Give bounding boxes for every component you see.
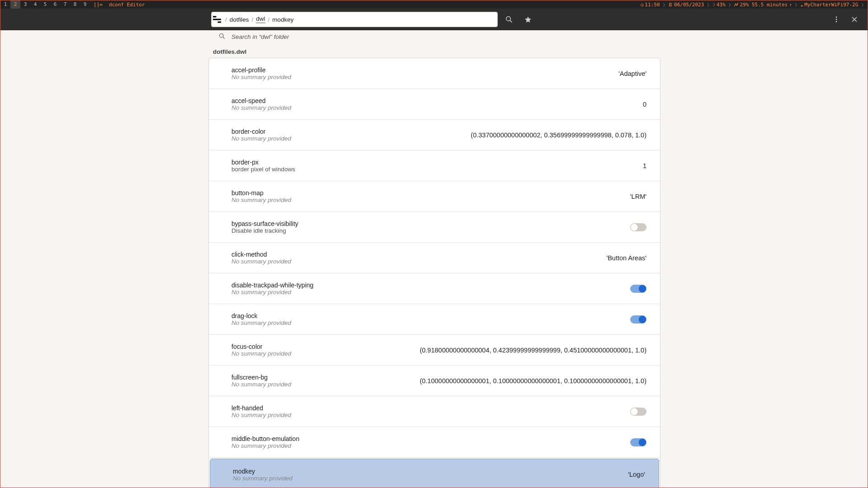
key-value: 'Button Areas' <box>606 254 646 262</box>
key-row-button-map[interactable]: button-mapNo summary provided'LRM' <box>209 181 660 212</box>
toggle-bypass-surface-visibility[interactable] <box>630 223 646 231</box>
crumb-dwl[interactable]: dwl <box>256 15 265 23</box>
status-area: ◷ 11:50 ❯ 🗓 06/05/2023 ❯ ☽ 43% ❯ 🗲 29% 5… <box>641 2 868 8</box>
section-label: dotfiles.dwl <box>0 48 868 55</box>
top-bar: 123456789 []= dconf Editor ◷ 11:50 ❯ 🗓 0… <box>0 0 868 9</box>
path-sep: / <box>268 16 270 23</box>
key-name: modkey <box>233 468 628 475</box>
battery: 🗲 29% 55.5 minutes ↑ <box>734 2 792 8</box>
key-summary: No summary provided <box>231 381 420 388</box>
key-name: fullscreen-bg <box>231 374 420 381</box>
workspace-6[interactable]: 6 <box>50 0 60 9</box>
workspace-2[interactable]: 2 <box>10 0 20 9</box>
key-value: (0.91800000000000004, 0.4239999999999999… <box>420 347 646 354</box>
workspace-5[interactable]: 5 <box>40 0 50 9</box>
separator-icon: ❯ <box>728 2 731 8</box>
key-row-drag-lock[interactable]: drag-lockNo summary provided <box>209 304 660 335</box>
key-value: 'Logo' <box>628 471 645 478</box>
key-row-accel-profile[interactable]: accel-profileNo summary provided'Adaptiv… <box>209 58 660 89</box>
key-summary: No summary provided <box>231 350 420 357</box>
key-summary: No summary provided <box>231 442 630 449</box>
workspace-4[interactable]: 4 <box>30 0 40 9</box>
key-row-bypass-surface-visibility[interactable]: bypass-surface-visibilityDisable idle tr… <box>209 212 660 243</box>
key-summary: No summary provided <box>231 412 630 418</box>
settings-root-icon[interactable] <box>212 12 222 27</box>
header-bar: / dotfiles / dwl / modkey <box>0 9 868 30</box>
key-row-left-handed[interactable]: left-handedNo summary provided <box>209 396 660 427</box>
path-bar[interactable]: / dotfiles / dwl / modkey <box>211 12 498 27</box>
svg-point-0 <box>836 17 837 18</box>
separator-icon: ❯ <box>707 2 710 8</box>
key-value: 1 <box>643 162 646 169</box>
toggle-left-handed[interactable] <box>630 408 646 416</box>
brightness-text: 43% <box>717 2 726 8</box>
key-row-middle-button-emulation[interactable]: middle-button-emulationNo summary provid… <box>209 427 660 458</box>
key-value: (0.33700000000000002, 0.3569999999999999… <box>471 131 646 139</box>
separator-icon: ❯ <box>861 2 864 8</box>
arrow-up-icon: ↑ <box>789 2 792 7</box>
moon-icon: ☽ <box>712 2 715 7</box>
crumb-modkey[interactable]: modkey <box>272 16 293 23</box>
key-value: 'Adaptive' <box>618 70 646 77</box>
key-value: 0 <box>643 101 646 108</box>
wifi: ☁ MyCharterWiFi97-2G <box>800 2 858 8</box>
key-value: 'LRM' <box>630 193 646 200</box>
active-app-title: dconf Editor <box>109 2 145 8</box>
workspace-8[interactable]: 8 <box>70 0 80 9</box>
toggle-middle-button-emulation[interactable] <box>630 438 646 446</box>
key-row-border-color[interactable]: border-colorNo summary provided(0.337000… <box>209 120 660 150</box>
key-summary: No summary provided <box>231 258 606 265</box>
key-name: middle-button-emulation <box>231 435 630 442</box>
key-name: disable-trackpad-while-typing <box>231 282 630 289</box>
close-button[interactable] <box>847 12 862 27</box>
brightness: ☽ 43% <box>712 2 726 8</box>
svg-point-2 <box>836 21 837 23</box>
menu-button[interactable] <box>829 12 844 27</box>
search-button[interactable] <box>501 12 517 27</box>
path-sep: / <box>225 16 227 23</box>
key-list: accel-profileNo summary provided'Adaptiv… <box>208 58 660 488</box>
crumb-dotfiles[interactable]: dotfiles <box>230 16 249 23</box>
key-name: left-handed <box>231 404 630 412</box>
key-summary: No summary provided <box>231 104 643 111</box>
key-row-fullscreen-bg[interactable]: fullscreen-bgNo summary provided(0.10000… <box>209 366 660 396</box>
battery-text: 29% 55.5 minutes <box>740 2 788 8</box>
search-placeholder: Search in “dwl” folder <box>231 33 289 40</box>
bookmark-button[interactable] <box>520 12 536 27</box>
clock-text: 11:50 <box>645 2 660 8</box>
key-row-disable-trackpad-while-typing[interactable]: disable-trackpad-while-typingNo summary … <box>209 273 660 304</box>
key-value: (0.10000000000000001, 0.1000000000000000… <box>420 377 646 385</box>
key-name: drag-lock <box>231 312 630 319</box>
key-row-modkey[interactable]: modkeyNo summary provided'Logo' <box>210 459 659 488</box>
wifi-text: MyCharterWiFi97-2G <box>804 2 858 8</box>
separator-icon: ❯ <box>662 2 665 8</box>
svg-point-1 <box>836 19 837 20</box>
key-summary: No summary provided <box>231 197 630 203</box>
key-summary: Disable idle tracking <box>231 227 630 234</box>
key-row-click-method[interactable]: click-methodNo summary provided'Button A… <box>209 243 660 273</box>
date-text: 06/05/2023 <box>674 2 704 8</box>
layout-indicator: []= <box>94 2 103 8</box>
workspace-3[interactable]: 3 <box>20 0 30 9</box>
workspace-1[interactable]: 1 <box>0 0 10 9</box>
search-icon <box>219 33 225 41</box>
key-name: bypass-surface-visibility <box>231 220 630 227</box>
key-name: border-px <box>231 159 643 166</box>
key-row-border-px[interactable]: border-pxborder pixel of windows1 <box>209 150 660 181</box>
workspace-7[interactable]: 7 <box>60 0 70 9</box>
key-row-accel-speed[interactable]: accel-speedNo summary provided0 <box>209 89 660 120</box>
key-summary: No summary provided <box>231 135 471 142</box>
workspace-9[interactable]: 9 <box>80 0 90 9</box>
key-summary: No summary provided <box>231 319 630 326</box>
search-strip[interactable]: Search in “dwl” folder <box>0 30 868 43</box>
clock: ◷ 11:50 <box>641 2 660 8</box>
date: 🗓 06/05/2023 <box>668 2 704 8</box>
toggle-disable-trackpad-while-typing[interactable] <box>630 285 646 293</box>
key-row-focus-color[interactable]: focus-colorNo summary provided(0.9180000… <box>209 335 660 366</box>
toggle-drag-lock[interactable] <box>630 315 646 324</box>
key-name: accel-speed <box>231 97 643 104</box>
cloud-icon: ☁ <box>800 2 803 7</box>
battery-icon: 🗲 <box>734 2 739 7</box>
key-summary: No summary provided <box>233 475 628 482</box>
key-name: click-method <box>231 251 606 258</box>
